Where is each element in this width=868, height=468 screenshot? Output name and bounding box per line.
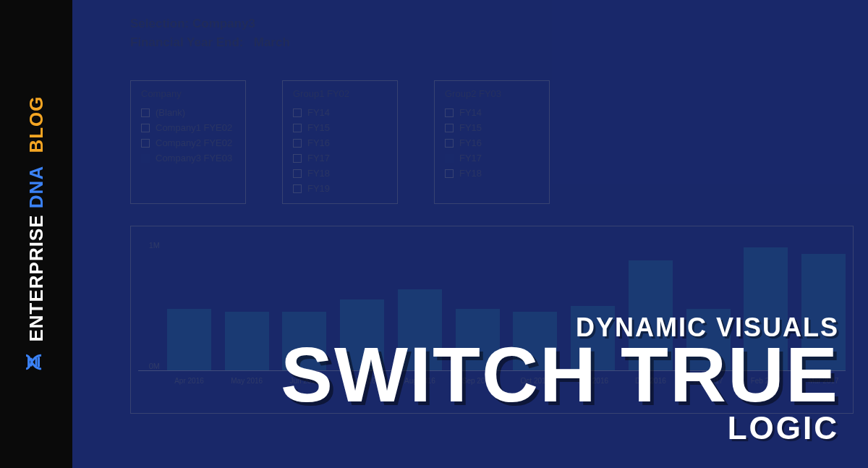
y-tick: 0M	[138, 362, 160, 370]
slicer-item[interactable]: FY19	[293, 181, 387, 196]
slicer-item[interactable]: Company3 FYE03	[141, 150, 235, 166]
slicers-row: Company(Blank)Company1 FYE02Company2 FYE…	[130, 80, 854, 204]
checkbox-icon[interactable]	[293, 169, 302, 178]
checkbox-icon[interactable]	[445, 139, 454, 148]
slicer-item-label: (Blank)	[156, 107, 185, 118]
x-tick: Apr 2016	[167, 377, 211, 385]
slicer-item-label: FY16	[307, 137, 330, 148]
logo-enterprise: ENTERPRISE	[25, 214, 47, 341]
checkbox-icon[interactable]	[445, 109, 454, 117]
slicer-item[interactable]: Company1 FYE02	[141, 120, 235, 135]
logo-blog: BLOG	[25, 95, 47, 153]
slicer-item-label: FY17	[307, 153, 330, 163]
sidebar-logo: ENTERPRISE DNA BLOG	[24, 95, 49, 372]
slicer-title: Group2 FY03	[445, 88, 539, 99]
slicer-item-label: FY17	[459, 153, 482, 163]
checkbox-icon[interactable]	[445, 154, 454, 163]
logo-text: ENTERPRISE DNA BLOG	[25, 95, 48, 341]
slicer-1[interactable]: Group1 FY02FY14FY15FY16FY17FY18FY19	[282, 80, 398, 204]
headline: DYNAMIC VISUALS SWITCH TRUE LOGIC	[281, 312, 839, 446]
content: Selection: Company3 Financial Year End: …	[72, 0, 868, 468]
slicer-item[interactable]: FY14	[293, 105, 387, 120]
checkbox-icon[interactable]	[293, 154, 302, 163]
checkbox-icon[interactable]	[141, 109, 150, 117]
slicer-2[interactable]: Group2 FY03FY14FY15FY16FY17FY18	[434, 80, 550, 204]
slicer-item-label: FY15	[307, 122, 330, 133]
slicer-item[interactable]: FY18	[445, 166, 539, 181]
slicer-item[interactable]: FY16	[293, 135, 387, 150]
logo-dna: DNA	[25, 166, 47, 208]
fye-value	[247, 35, 253, 49]
fye-label: Financial Year End:	[130, 35, 244, 49]
slicer-item-label: Company3 FYE03	[156, 153, 232, 163]
slicer-item-label: FY18	[307, 168, 330, 179]
selection-header: Selection: Company3 Financial Year End: …	[130, 14, 854, 51]
checkbox-icon[interactable]	[445, 169, 454, 178]
checkbox-icon[interactable]	[141, 139, 150, 148]
slicer-item[interactable]: FY17	[293, 150, 387, 166]
slicer-item[interactable]: FY16	[445, 135, 539, 150]
sidebar: ENTERPRISE DNA BLOG	[0, 0, 72, 468]
headline-main: SWITCH TRUE	[281, 336, 839, 414]
slicer-item[interactable]: FY15	[293, 120, 387, 135]
bar[interactable]	[167, 309, 211, 370]
checkbox-icon[interactable]	[141, 124, 150, 132]
dna-icon	[24, 352, 49, 373]
slicer-title: Company	[141, 88, 235, 99]
slicer-item[interactable]: FY14	[445, 105, 539, 120]
slicer-item-label: Company1 FYE02	[156, 122, 232, 133]
slicer-item-label: FY14	[459, 107, 482, 118]
checkbox-icon[interactable]	[293, 139, 302, 148]
checkbox-icon[interactable]	[293, 109, 302, 117]
slicer-item-label: Company2 FYE02	[156, 137, 232, 148]
slicer-item[interactable]: Company2 FYE02	[141, 135, 235, 150]
checkbox-icon[interactable]	[141, 154, 150, 163]
slicer-title: Group1 FY02	[293, 88, 387, 99]
y-tick: 1M	[138, 241, 160, 250]
slicer-item-label: FY19	[307, 183, 330, 194]
bar[interactable]	[225, 312, 269, 370]
x-tick: May 2016	[225, 377, 269, 385]
slicer-item[interactable]: FY17	[445, 150, 539, 166]
checkbox-icon[interactable]	[293, 124, 302, 132]
slicer-item-label: FY18	[459, 168, 482, 179]
slicer-item-label: FY14	[307, 107, 330, 118]
checkbox-icon[interactable]	[445, 124, 454, 132]
slicer-item[interactable]: FY15	[445, 120, 539, 135]
slicer-item[interactable]: (Blank)	[141, 105, 235, 120]
checkbox-icon[interactable]	[293, 184, 302, 193]
slicer-item[interactable]: FY18	[293, 166, 387, 181]
slicer-item-label: FY15	[459, 122, 482, 133]
y-axis: 1M0M	[138, 241, 163, 370]
slicer-item-label: FY16	[459, 137, 482, 148]
slicer-0[interactable]: Company(Blank)Company1 FYE02Company2 FYE…	[130, 80, 246, 204]
selection-label: Selection:	[130, 17, 189, 30]
